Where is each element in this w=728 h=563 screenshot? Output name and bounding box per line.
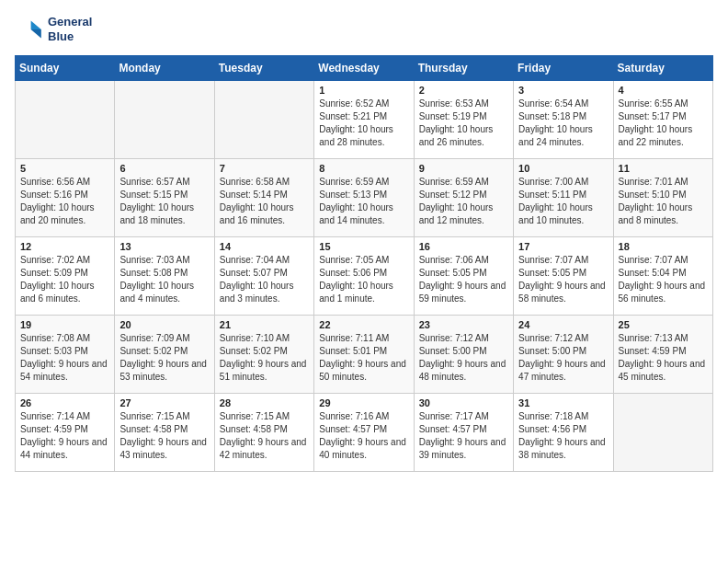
day-cell: 16 Sunrise: 7:06 AMSunset: 5:05 PMDaylig… [414, 237, 513, 316]
svg-marker-0 [31, 20, 41, 29]
day-cell [214, 81, 313, 159]
day-number: 10 [518, 163, 608, 174]
day-number: 13 [119, 241, 209, 252]
day-cell: 28 Sunrise: 7:15 AMSunset: 4:58 PMDaylig… [214, 394, 313, 472]
day-info: Sunrise: 7:13 AMSunset: 4:59 PMDaylight:… [619, 332, 708, 384]
day-cell: 2 Sunrise: 6:53 AMSunset: 5:19 PMDayligh… [414, 81, 513, 159]
day-number: 26 [20, 397, 109, 408]
day-cell: 22 Sunrise: 7:11 AMSunset: 5:01 PMDaylig… [314, 316, 414, 394]
day-info: Sunrise: 6:59 AMSunset: 5:12 PMDaylight:… [419, 176, 508, 227]
day-info: Sunrise: 7:07 AMSunset: 5:04 PMDaylight:… [619, 254, 708, 305]
day-info: Sunrise: 7:03 AMSunset: 5:08 PMDaylight:… [119, 254, 209, 305]
day-number: 31 [518, 397, 608, 408]
col-header-monday: Monday [115, 56, 214, 81]
day-info: Sunrise: 6:55 AMSunset: 5:17 PMDaylight:… [619, 98, 708, 149]
week-row-4: 19 Sunrise: 7:08 AMSunset: 5:03 PMDaylig… [16, 316, 713, 394]
day-cell: 24 Sunrise: 7:12 AMSunset: 5:00 PMDaylig… [514, 316, 613, 394]
day-number: 25 [619, 319, 708, 330]
day-info: Sunrise: 7:14 AMSunset: 4:59 PMDaylight:… [20, 410, 109, 462]
day-cell: 31 Sunrise: 7:18 AMSunset: 4:56 PMDaylig… [514, 394, 613, 472]
logo-icon [15, 15, 44, 44]
day-cell: 18 Sunrise: 7:07 AMSunset: 5:04 PMDaylig… [613, 237, 712, 316]
day-number: 14 [220, 241, 309, 252]
day-cell: 21 Sunrise: 7:10 AMSunset: 5:02 PMDaylig… [214, 316, 313, 394]
day-number: 6 [119, 163, 209, 174]
day-info: Sunrise: 6:53 AMSunset: 5:19 PMDaylight:… [419, 98, 508, 149]
day-info: Sunrise: 7:18 AMSunset: 4:56 PMDaylight:… [518, 410, 608, 462]
day-info: Sunrise: 7:04 AMSunset: 5:07 PMDaylight:… [220, 254, 309, 305]
svg-marker-1 [31, 29, 41, 39]
day-cell: 13 Sunrise: 7:03 AMSunset: 5:08 PMDaylig… [115, 237, 214, 316]
day-number: 19 [20, 319, 109, 330]
day-info: Sunrise: 7:01 AMSunset: 5:10 PMDaylight:… [619, 176, 708, 227]
col-header-saturday: Saturday [613, 56, 712, 81]
week-row-5: 26 Sunrise: 7:14 AMSunset: 4:59 PMDaylig… [16, 394, 713, 472]
col-header-tuesday: Tuesday [214, 56, 313, 81]
day-cell: 26 Sunrise: 7:14 AMSunset: 4:59 PMDaylig… [16, 394, 115, 472]
day-number: 27 [119, 397, 209, 408]
day-info: Sunrise: 7:09 AMSunset: 5:02 PMDaylight:… [119, 332, 209, 384]
day-info: Sunrise: 7:15 AMSunset: 4:58 PMDaylight:… [220, 410, 309, 462]
day-info: Sunrise: 6:56 AMSunset: 5:16 PMDaylight:… [20, 176, 109, 227]
col-header-wednesday: Wednesday [314, 56, 414, 81]
day-cell: 9 Sunrise: 6:59 AMSunset: 5:12 PMDayligh… [414, 159, 513, 237]
day-number: 28 [220, 397, 309, 408]
day-number: 24 [518, 319, 608, 330]
day-cell: 19 Sunrise: 7:08 AMSunset: 5:03 PMDaylig… [16, 316, 115, 394]
header-row: SundayMondayTuesdayWednesdayThursdayFrid… [16, 56, 713, 81]
day-cell: 12 Sunrise: 7:02 AMSunset: 5:09 PMDaylig… [16, 237, 115, 316]
week-row-3: 12 Sunrise: 7:02 AMSunset: 5:09 PMDaylig… [16, 237, 713, 316]
day-info: Sunrise: 7:10 AMSunset: 5:02 PMDaylight:… [220, 332, 309, 384]
col-header-sunday: Sunday [16, 56, 115, 81]
day-info: Sunrise: 7:17 AMSunset: 4:57 PMDaylight:… [419, 410, 508, 462]
day-cell: 8 Sunrise: 6:59 AMSunset: 5:13 PMDayligh… [314, 159, 414, 237]
day-info: Sunrise: 7:12 AMSunset: 5:00 PMDaylight:… [518, 332, 608, 384]
day-number: 18 [619, 241, 708, 252]
day-number: 9 [419, 163, 508, 174]
day-cell: 23 Sunrise: 7:12 AMSunset: 5:00 PMDaylig… [414, 316, 513, 394]
day-cell: 15 Sunrise: 7:05 AMSunset: 5:06 PMDaylig… [314, 237, 414, 316]
day-number: 7 [220, 163, 309, 174]
day-cell: 5 Sunrise: 6:56 AMSunset: 5:16 PMDayligh… [16, 159, 115, 237]
day-cell: 14 Sunrise: 7:04 AMSunset: 5:07 PMDaylig… [214, 237, 313, 316]
day-number: 23 [419, 319, 508, 330]
day-info: Sunrise: 7:11 AMSunset: 5:01 PMDaylight:… [319, 332, 408, 384]
day-info: Sunrise: 6:54 AMSunset: 5:18 PMDaylight:… [518, 98, 608, 149]
col-header-thursday: Thursday [414, 56, 513, 81]
day-info: Sunrise: 7:02 AMSunset: 5:09 PMDaylight:… [20, 254, 109, 305]
day-info: Sunrise: 7:06 AMSunset: 5:05 PMDaylight:… [419, 254, 508, 305]
day-number: 1 [319, 85, 408, 96]
day-number: 5 [20, 163, 109, 174]
day-cell: 20 Sunrise: 7:09 AMSunset: 5:02 PMDaylig… [115, 316, 214, 394]
day-number: 12 [20, 241, 109, 252]
week-row-1: 1 Sunrise: 6:52 AMSunset: 5:21 PMDayligh… [16, 81, 713, 159]
day-info: Sunrise: 7:08 AMSunset: 5:03 PMDaylight:… [20, 332, 109, 384]
day-info: Sunrise: 6:57 AMSunset: 5:15 PMDaylight:… [119, 176, 209, 227]
day-number: 21 [220, 319, 309, 330]
day-number: 8 [319, 163, 408, 174]
day-cell [613, 394, 712, 472]
day-number: 4 [619, 85, 708, 96]
day-info: Sunrise: 7:12 AMSunset: 5:00 PMDaylight:… [419, 332, 508, 384]
day-number: 11 [619, 163, 708, 174]
day-info: Sunrise: 6:58 AMSunset: 5:14 PMDaylight:… [220, 176, 309, 227]
day-number: 20 [119, 319, 209, 330]
day-cell: 10 Sunrise: 7:00 AMSunset: 5:11 PMDaylig… [514, 159, 613, 237]
day-cell: 25 Sunrise: 7:13 AMSunset: 4:59 PMDaylig… [613, 316, 712, 394]
day-cell: 30 Sunrise: 7:17 AMSunset: 4:57 PMDaylig… [414, 394, 513, 472]
day-number: 29 [319, 397, 408, 408]
logo: General Blue [15, 15, 92, 44]
day-cell: 17 Sunrise: 7:07 AMSunset: 5:05 PMDaylig… [514, 237, 613, 316]
day-info: Sunrise: 6:59 AMSunset: 5:13 PMDaylight:… [319, 176, 408, 227]
day-cell [115, 81, 214, 159]
page-header: General Blue [15, 15, 713, 44]
day-info: Sunrise: 7:07 AMSunset: 5:05 PMDaylight:… [518, 254, 608, 305]
day-cell: 1 Sunrise: 6:52 AMSunset: 5:21 PMDayligh… [314, 81, 414, 159]
col-header-friday: Friday [514, 56, 613, 81]
day-info: Sunrise: 6:52 AMSunset: 5:21 PMDaylight:… [319, 98, 408, 149]
day-cell: 29 Sunrise: 7:16 AMSunset: 4:57 PMDaylig… [314, 394, 414, 472]
logo-text: General Blue [48, 15, 92, 43]
calendar-table: SundayMondayTuesdayWednesdayThursdayFrid… [15, 55, 713, 472]
day-number: 3 [518, 85, 608, 96]
day-cell: 4 Sunrise: 6:55 AMSunset: 5:17 PMDayligh… [613, 81, 712, 159]
